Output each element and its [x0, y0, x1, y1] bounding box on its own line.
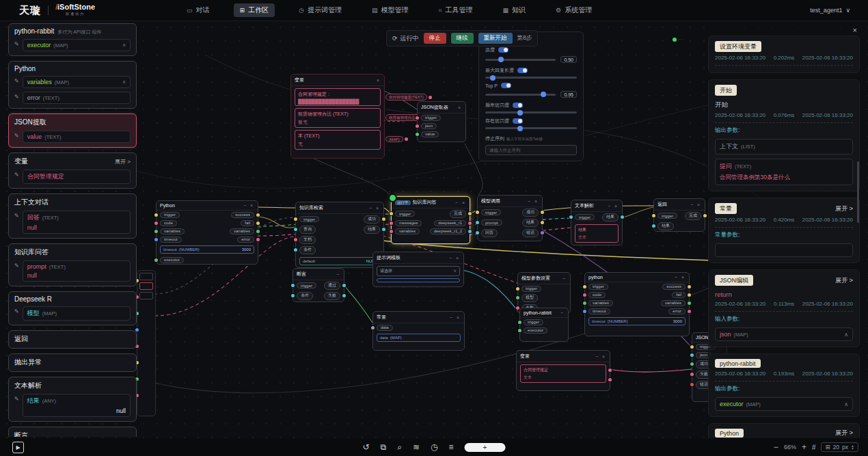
- input-port-dot[interactable]: [371, 326, 375, 330]
- input-port-pill[interactable]: variables: [160, 228, 185, 234]
- node-assert[interactable]: 断言−trigger通过条件失败: [293, 268, 344, 302]
- output-port-pill[interactable]: error: [237, 237, 254, 243]
- param-slider[interactable]: [485, 59, 556, 61]
- param-field[interactable]: 提问(TEXT)合同管理条例第30条是什么: [715, 159, 853, 185]
- sidebar-card-抛出异常[interactable]: 抛出异常: [8, 353, 137, 372]
- collapse-caret-icon[interactable]: ∧: [122, 79, 126, 85]
- edit-icon[interactable]: ✎: [14, 396, 19, 402]
- output-port-pill[interactable]: 结果: [602, 213, 619, 222]
- output-port-dot[interactable]: [541, 211, 544, 214]
- node-var-2[interactable]: 变量− ×合同管理规定文本: [516, 350, 610, 391]
- param-toggle[interactable]: [513, 118, 523, 124]
- port-dot[interactable]: [416, 133, 419, 136]
- input-port-pill[interactable]: 回答: [481, 229, 498, 237]
- input-port-dot[interactable]: [294, 238, 297, 241]
- node-window-controls[interactable]: −: [560, 310, 565, 315]
- node-title-bar[interactable]: 提示词模板− ×: [373, 252, 463, 264]
- output-port-dot[interactable]: [541, 221, 544, 224]
- node-input-timeout[interactable]: timeout(NUMBER)3000: [588, 317, 686, 325]
- input-port-dot[interactable]: [652, 224, 655, 228]
- field-box[interactable]: prompt(TEXT)null: [23, 260, 131, 282]
- param-field[interactable]: [715, 243, 853, 257]
- input-port-pill[interactable]: trigger: [524, 319, 543, 325]
- collapse-caret-icon[interactable]: ∧: [844, 332, 848, 338]
- port-dot[interactable]: [690, 373, 694, 376]
- output-port-pill[interactable]: 成功: [522, 209, 539, 217]
- output-port-dot[interactable]: [256, 222, 260, 225]
- input-port-pill[interactable]: 条件: [299, 246, 316, 254]
- output-port-dot[interactable]: [468, 222, 472, 225]
- node-window-controls[interactable]: ×: [377, 78, 381, 83]
- input-port-dot[interactable]: [390, 222, 393, 225]
- param-field[interactable]: 上下文(LIST): [715, 139, 853, 155]
- node-window-controls[interactable]: − ×: [675, 275, 686, 280]
- param-toggle[interactable]: [517, 68, 528, 73]
- port-dot[interactable]: [690, 383, 694, 386]
- output-port-pill[interactable]: 通过: [324, 282, 340, 290]
- restart-button[interactable]: 重新开始: [478, 33, 513, 44]
- port-dot[interactable]: [690, 362, 694, 366]
- node-var-dialog[interactable]: 变量×合同管理规定 :██████████████████合同管理规定(TEXT…: [290, 74, 385, 159]
- node-input-default[interactable]: defaultNULL: [299, 257, 380, 265]
- field-box[interactable]: value(TEXT): [23, 131, 131, 143]
- node-text-parse[interactable]: 文本解析− ×trigger结果结果文本: [571, 200, 623, 245]
- node-title-bar[interactable]: python-rabbit−: [520, 308, 568, 318]
- input-port-pill[interactable]: trigger: [575, 214, 595, 220]
- edit-icon[interactable]: ✎: [14, 308, 19, 314]
- param-toggle[interactable]: [513, 103, 523, 108]
- input-port-dot[interactable]: [518, 329, 521, 332]
- undo-icon[interactable]: ↺: [363, 443, 370, 451]
- port-dot[interactable]: [690, 353, 694, 357]
- node-title-bar[interactable]: 返回− ×: [654, 199, 705, 211]
- input-port-pill[interactable]: trigger: [297, 282, 316, 289]
- field-box[interactable]: 模型(MAP): [23, 306, 131, 321]
- output-port-pill[interactable]: 结果: [364, 226, 380, 234]
- field-box[interactable]: error(TEXT): [23, 92, 131, 104]
- output-port-dot[interactable]: [382, 217, 385, 221]
- input-port-dot[interactable]: [516, 306, 519, 310]
- input-port-dot[interactable]: [476, 221, 479, 224]
- output-port-pill[interactable]: error: [668, 308, 686, 314]
- output-port-pill[interactable]: deepseek_r1_2: [430, 228, 466, 234]
- input-port-dot[interactable]: [390, 212, 393, 215]
- stop-seq-input[interactable]: 请输入停止序列: [485, 145, 577, 155]
- input-port-pill[interactable]: 条件: [297, 292, 313, 300]
- output-port-pill[interactable]: 成功: [364, 215, 380, 224]
- collapse-sidebar-button[interactable]: ▶: [12, 442, 24, 453]
- output-port-pill[interactable]: success: [231, 212, 254, 218]
- param-toggle[interactable]: [501, 83, 511, 88]
- input-port-dot[interactable]: [569, 215, 573, 219]
- node-title-bar[interactable]: 运行中知识库问答− ×: [392, 197, 470, 209]
- node-edge-strip[interactable]: [137, 270, 156, 416]
- output-port-dot[interactable]: [688, 310, 691, 313]
- edit-icon[interactable]: ✎: [14, 213, 19, 219]
- output-port-dot[interactable]: [703, 214, 707, 217]
- panel-scrollbar[interactable]: [857, 161, 859, 223]
- input-port-dot[interactable]: [154, 213, 158, 217]
- input-port-dot[interactable]: [583, 301, 586, 305]
- input-port-dot[interactable]: [652, 214, 655, 217]
- input-port-dot[interactable]: [476, 231, 479, 234]
- output-port-dot[interactable]: [468, 230, 472, 233]
- input-port-dot[interactable]: [291, 284, 295, 287]
- input-port-pill[interactable]: trigger: [588, 284, 608, 290]
- fit-view-icon[interactable]: #: [812, 444, 816, 451]
- node-title-bar[interactable]: python− ×: [585, 273, 689, 282]
- output-port-dot[interactable]: [342, 284, 346, 287]
- nav-item-模型管理[interactable]: ▤模型管理: [366, 3, 415, 17]
- nav-item-工具管理[interactable]: ⌗工具管理: [433, 3, 479, 17]
- sidebar-card-python-rabbit[interactable]: python-rabbit多行为 API接口 组件✎executor(MAP)∧: [8, 23, 137, 56]
- add-node-button[interactable]: +: [464, 443, 505, 452]
- node-title-bar[interactable]: 常量− ×: [373, 312, 464, 323]
- input-port-pill[interactable]: timeout: [160, 237, 182, 243]
- signal-icon[interactable]: ≋: [413, 443, 420, 451]
- param-slider[interactable]: [485, 111, 577, 113]
- resume-button[interactable]: 继续: [451, 33, 474, 44]
- input-port-pill[interactable]: code: [160, 220, 177, 226]
- node-title-bar[interactable]: 文本解析− ×: [571, 200, 622, 212]
- close-icon[interactable]: ×: [853, 26, 857, 34]
- input-port-dot[interactable]: [583, 285, 586, 289]
- edit-icon[interactable]: ✎: [14, 172, 19, 178]
- node-select[interactable]: 请选择∨: [377, 266, 460, 276]
- field-box[interactable]: 结果(ANY)null: [23, 394, 131, 417]
